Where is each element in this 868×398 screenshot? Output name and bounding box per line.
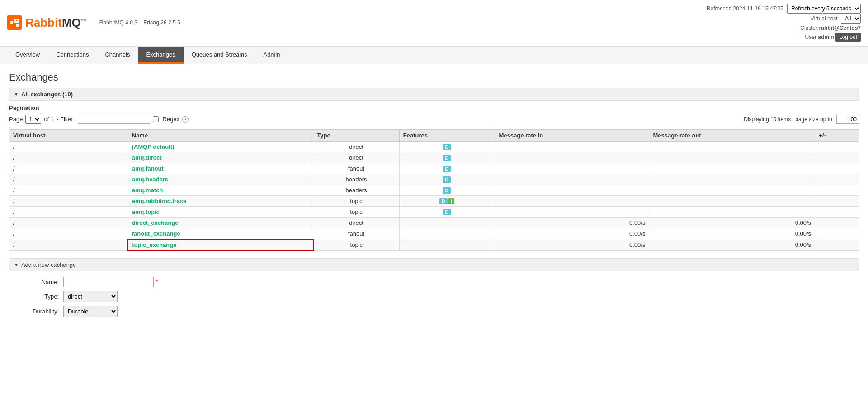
exchange-link[interactable]: amq.direct bbox=[132, 154, 162, 161]
add-exchange-section-header[interactable]: ▼ Add a new exchange bbox=[9, 258, 859, 271]
table-row[interactable]: /amq.fanoutfanoutD bbox=[9, 163, 859, 174]
nav-item-overview[interactable]: Overview bbox=[7, 47, 48, 64]
cell-rate-in bbox=[495, 152, 649, 163]
internal-badge: I bbox=[448, 198, 454, 204]
user-label: User bbox=[805, 34, 816, 40]
cell-name[interactable]: direct_exchange bbox=[128, 217, 313, 228]
cell-name[interactable]: (AMQP default) bbox=[128, 141, 313, 152]
page-size-input[interactable] bbox=[836, 115, 859, 124]
cell-action bbox=[815, 217, 859, 228]
nav-item-exchanges[interactable]: Exchanges bbox=[138, 47, 183, 64]
user-value: admin bbox=[818, 34, 834, 40]
cell-action bbox=[815, 152, 859, 163]
refresh-select[interactable]: Refresh every 5 seconds bbox=[787, 4, 861, 14]
cell-type: topic bbox=[313, 206, 399, 217]
cell-features bbox=[399, 239, 495, 251]
virtual-host-select[interactable]: All bbox=[841, 14, 861, 24]
header: RabbitMQTM RabbitMQ 4.0.3 Erlang 26.2.5.… bbox=[0, 0, 868, 47]
all-exchanges-section-header[interactable]: ▼ All exchanges (10) bbox=[9, 88, 859, 101]
cell-vhost: / bbox=[9, 228, 128, 239]
table-row[interactable]: /amq.directdirectD bbox=[9, 152, 859, 163]
nav-item-channels[interactable]: Channels bbox=[97, 47, 138, 64]
svg-rect-2 bbox=[16, 24, 19, 27]
filter-input[interactable] bbox=[78, 115, 150, 124]
name-input[interactable] bbox=[63, 277, 154, 287]
regex-checkbox[interactable] bbox=[153, 116, 159, 122]
cell-type: fanout bbox=[313, 228, 399, 239]
cell-vhost: / bbox=[9, 206, 128, 217]
table-row[interactable]: /direct_exchangedirect0.00/s0.00/s bbox=[9, 217, 859, 228]
cell-type: direct bbox=[313, 141, 399, 152]
cell-type: headers bbox=[313, 174, 399, 185]
help-icon[interactable]: ? bbox=[182, 116, 189, 123]
cell-name[interactable]: fanout_exchange bbox=[128, 228, 313, 239]
nav-item-connections[interactable]: Connections bbox=[48, 47, 97, 64]
cell-action bbox=[815, 141, 859, 152]
displaying-text: Displaying 10 items , page size up to: bbox=[744, 116, 834, 123]
cell-rate-in: 0.00/s bbox=[495, 228, 649, 239]
table-row[interactable]: /amq.topictopicD bbox=[9, 206, 859, 217]
cell-rate-in bbox=[495, 141, 649, 152]
table-row[interactable]: /fanout_exchangefanout0.00/s0.00/s bbox=[9, 228, 859, 239]
cell-features bbox=[399, 217, 495, 228]
required-star: * bbox=[156, 279, 158, 285]
cell-action bbox=[815, 239, 859, 251]
logout-button[interactable]: Log out bbox=[835, 33, 861, 42]
page-select[interactable]: 1 bbox=[25, 115, 41, 124]
cell-type: headers bbox=[313, 185, 399, 195]
table-row[interactable]: /amq.headersheadersD bbox=[9, 174, 859, 185]
exchange-link[interactable]: amq.fanout bbox=[132, 165, 164, 172]
exchange-link[interactable]: amq.rabbitmq.trace bbox=[132, 198, 187, 204]
cell-rate-in bbox=[495, 206, 649, 217]
refresh-row: Refreshed 2024-11-16 15:47:25 Refresh ev… bbox=[707, 4, 861, 14]
exchange-link[interactable]: (AMQP default) bbox=[132, 143, 175, 150]
durability-select[interactable]: Durable Transient bbox=[63, 306, 118, 317]
cell-rate-in bbox=[495, 174, 649, 185]
svg-point-3 bbox=[16, 20, 18, 21]
cell-action bbox=[815, 206, 859, 217]
exchanges-table: Virtual host Name Type Features Message … bbox=[9, 129, 859, 251]
col-type: Type bbox=[313, 129, 399, 141]
cell-name[interactable]: amq.direct bbox=[128, 152, 313, 163]
cell-name[interactable]: amq.topic bbox=[128, 206, 313, 217]
col-name: Name bbox=[128, 129, 313, 141]
cell-vhost: / bbox=[9, 174, 128, 185]
cell-name[interactable]: amq.headers bbox=[128, 174, 313, 185]
table-row[interactable]: /amq.matchheadersD bbox=[9, 185, 859, 195]
pagination-label: Pagination bbox=[9, 104, 39, 111]
col-vhost: Virtual host bbox=[9, 129, 128, 141]
cell-name[interactable]: amq.rabbitmq.trace bbox=[128, 195, 313, 206]
cell-vhost: / bbox=[9, 195, 128, 206]
exchange-link[interactable]: amq.headers bbox=[132, 176, 168, 183]
rabbitmq-logo-icon bbox=[7, 15, 22, 30]
table-row[interactable]: /amq.rabbitmq.tracetopicDI bbox=[9, 195, 859, 206]
durable-badge: D bbox=[443, 166, 451, 172]
version-info: RabbitMQ 4.0.3 Erlang 26.2.5.5 bbox=[99, 19, 185, 26]
cell-features: DI bbox=[399, 195, 495, 206]
cell-name[interactable]: amq.fanout bbox=[128, 163, 313, 174]
exchange-link[interactable]: topic_exchange bbox=[132, 242, 176, 248]
cell-name[interactable]: amq.match bbox=[128, 185, 313, 195]
exchange-link[interactable]: amq.match bbox=[132, 187, 163, 194]
exchange-link[interactable]: fanout_exchange bbox=[132, 230, 180, 237]
page-label: Page bbox=[9, 116, 23, 123]
cluster-label: Cluster bbox=[800, 25, 817, 31]
cell-type: direct bbox=[313, 217, 399, 228]
cell-features: D bbox=[399, 163, 495, 174]
cell-rate-out bbox=[649, 163, 815, 174]
exchange-link[interactable]: amq.topic bbox=[132, 208, 160, 215]
logo-text: RabbitMQTM bbox=[25, 16, 87, 30]
durability-label: Durability: bbox=[18, 308, 63, 315]
nav-item-admin[interactable]: Admin bbox=[255, 47, 288, 64]
cell-type: topic bbox=[313, 239, 399, 251]
cell-name[interactable]: topic_exchange bbox=[128, 239, 313, 251]
of-label: of 1 bbox=[44, 116, 54, 123]
cell-rate-in bbox=[495, 185, 649, 195]
type-select[interactable]: direct fanout topic headers bbox=[63, 291, 118, 302]
nav-item-queues[interactable]: Queues and Streams bbox=[184, 47, 255, 64]
cell-rate-out: 0.00/s bbox=[649, 228, 815, 239]
table-row[interactable]: /(AMQP default)directD bbox=[9, 141, 859, 152]
refreshed-timestamp: Refreshed 2024-11-16 15:47:25 bbox=[707, 4, 783, 13]
exchange-link[interactable]: direct_exchange bbox=[132, 219, 179, 226]
table-row[interactable]: /topic_exchangetopic0.00/s0.00/s bbox=[9, 239, 859, 251]
